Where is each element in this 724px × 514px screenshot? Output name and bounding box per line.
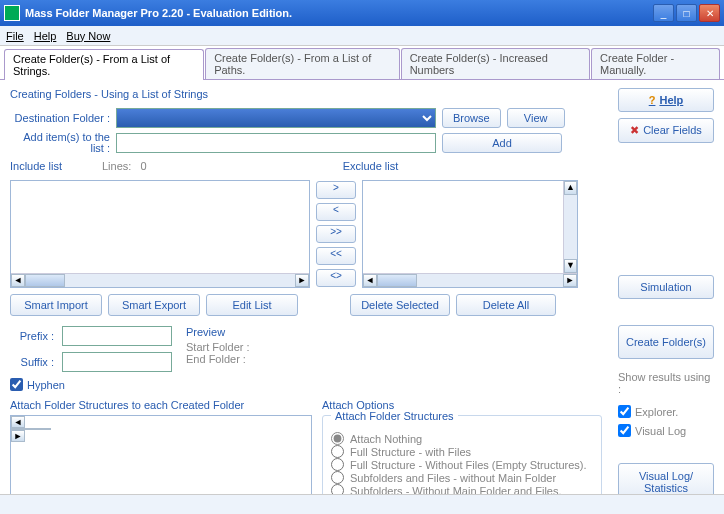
exclude-hscroll[interactable]: ◄ ► (363, 273, 577, 287)
scroll-right-icon[interactable]: ► (295, 274, 309, 287)
section-title: Creating Folders - Using a List of Strin… (10, 88, 714, 100)
scroll-thumb[interactable] (377, 274, 417, 287)
tab-content: Creating Folders - Using a List of Strin… (0, 80, 724, 500)
scroll-right-icon[interactable]: ► (11, 430, 25, 442)
exclude-vscroll[interactable]: ▲ ▼ (563, 181, 577, 273)
window-title: Mass Folder Manager Pro 2.20 - Evaluatio… (25, 7, 653, 19)
hyphen-checkbox-row[interactable]: Hyphen (10, 378, 714, 391)
app-icon (4, 5, 20, 21)
tab-list-of-strings[interactable]: Create Folder(s) - From a List of String… (4, 49, 204, 80)
include-listbox[interactable]: ◄ ► (10, 180, 310, 288)
opt-full-without-files[interactable]: Full Structure - Without Files (Empty St… (331, 458, 593, 471)
scroll-track[interactable] (417, 274, 563, 287)
opt-full-with-files[interactable]: Full Structure - with Files (331, 445, 593, 458)
destination-label: Destination Folder : (10, 112, 110, 124)
window-controls: _ □ ✕ (653, 4, 720, 22)
scroll-track[interactable] (564, 195, 577, 259)
delete-all-button[interactable]: Delete All (456, 294, 556, 316)
prefix-input[interactable] (62, 326, 172, 346)
suffix-label: Suffix : (10, 356, 54, 368)
explorer-checkbox-row[interactable]: Explorer. (618, 405, 714, 418)
menu-bar: File Help Buy Now (0, 26, 724, 46)
add-item-input[interactable] (116, 133, 436, 153)
menu-file[interactable]: File (6, 30, 24, 42)
include-list-label: Include list (10, 160, 62, 172)
delete-selected-button[interactable]: Delete Selected (350, 294, 450, 316)
explorer-checkbox[interactable] (618, 405, 631, 418)
visual-log-checkbox[interactable] (618, 424, 631, 437)
status-bar (0, 494, 724, 514)
scroll-left-icon[interactable]: ◄ (363, 274, 377, 287)
suffix-input[interactable] (62, 352, 172, 372)
swap-button[interactable]: <> (316, 269, 356, 287)
move-all-left-button[interactable]: << (316, 247, 356, 265)
attach-structures-title: Attach Folder Structures to each Created… (10, 399, 312, 411)
tab-bar: Create Folder(s) - From a List of String… (0, 46, 724, 80)
destination-select[interactable] (116, 108, 436, 128)
scroll-down-icon[interactable]: ▼ (564, 259, 577, 273)
hyphen-label: Hyphen (27, 379, 65, 391)
smart-import-button[interactable]: Smart Import (10, 294, 102, 316)
exclude-listbox[interactable]: ▲ ▼ ◄ ► (362, 180, 578, 288)
title-bar: Mass Folder Manager Pro 2.20 - Evaluatio… (0, 0, 724, 26)
maximize-button[interactable]: □ (676, 4, 697, 22)
move-all-right-button[interactable]: >> (316, 225, 356, 243)
preview-title: Preview (186, 326, 250, 338)
tab-increased-numbers[interactable]: Create Folder(s) - Increased Numbers (401, 48, 590, 79)
show-results-label: Show results using : (618, 371, 714, 395)
scroll-left-icon[interactable]: ◄ (11, 416, 25, 428)
tab-manually[interactable]: Create Folder -Manually. (591, 48, 720, 79)
scroll-up-icon[interactable]: ▲ (564, 181, 577, 195)
browse-button[interactable]: Browse (442, 108, 501, 128)
preview-start: Start Folder : (186, 341, 250, 353)
opt-subfolders-files[interactable]: Subfolders and Files - without Main Fold… (331, 471, 593, 484)
minimize-button[interactable]: _ (653, 4, 674, 22)
right-sidebar: Help Clear Fields Simulation Create Fold… (618, 88, 714, 514)
scroll-right-icon[interactable]: ► (563, 274, 577, 287)
smart-export-button[interactable]: Smart Export (108, 294, 200, 316)
include-hscroll[interactable]: ◄ ► (11, 273, 309, 287)
view-button[interactable]: View (507, 108, 565, 128)
menu-buy-now[interactable]: Buy Now (66, 30, 110, 42)
simulation-button[interactable]: Simulation (618, 275, 714, 299)
close-button[interactable]: ✕ (699, 4, 720, 22)
scroll-track[interactable] (65, 274, 295, 287)
attach-hscroll[interactable]: ◄ ► (11, 416, 311, 442)
create-folders-button[interactable]: Create Folder(s) (618, 325, 714, 359)
help-button[interactable]: Help (618, 88, 714, 112)
transfer-buttons: > < >> << <> (316, 180, 356, 288)
add-button[interactable]: Add (442, 133, 562, 153)
add-item-label: Add item(s) to the list : (10, 132, 110, 154)
scroll-thumb[interactable] (25, 274, 65, 287)
edit-list-button[interactable]: Edit List (206, 294, 298, 316)
attach-fieldset-legend: Attach Folder Structures (331, 410, 458, 422)
move-left-button[interactable]: < (316, 203, 356, 221)
preview-end: End Folder : (186, 353, 250, 365)
visual-log-checkbox-row[interactable]: Visual Log (618, 424, 714, 437)
hyphen-checkbox[interactable] (10, 378, 23, 391)
opt-attach-nothing[interactable]: Attach Nothing (331, 432, 593, 445)
menu-help[interactable]: Help (34, 30, 57, 42)
clear-fields-button[interactable]: Clear Fields (618, 118, 714, 143)
prefix-label: Prefix : (10, 330, 54, 342)
lines-label: Lines: 0 (102, 160, 147, 174)
move-right-button[interactable]: > (316, 181, 356, 199)
tab-list-of-paths[interactable]: Create Folder(s) - From a List of Paths. (205, 48, 400, 79)
exclude-list-label: Exclude list (343, 160, 399, 172)
scroll-left-icon[interactable]: ◄ (11, 274, 25, 287)
